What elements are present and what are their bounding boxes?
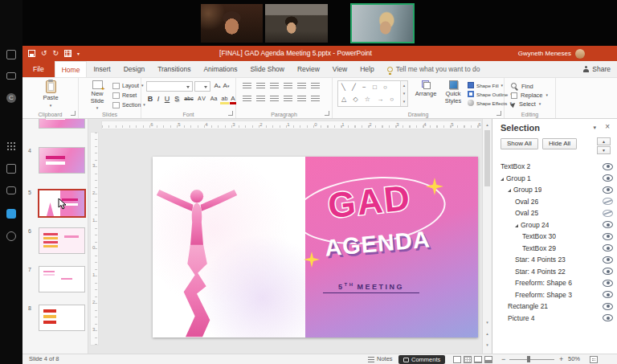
strikethrough-button[interactable]: abc <box>182 94 195 104</box>
font-color-button[interactable]: A <box>230 94 236 104</box>
avatar[interactable]: C <box>6 93 16 103</box>
messenger-icon[interactable] <box>6 209 16 219</box>
paragraph-dialog-launcher-icon[interactable] <box>325 111 329 116</box>
customize-qat-icon[interactable]: ▾ <box>77 51 80 56</box>
decrease-indent-icon[interactable] <box>270 83 279 90</box>
italic-button[interactable]: I <box>155 94 161 104</box>
clipboard-dialog-launcher-icon[interactable] <box>71 111 76 116</box>
columns-icon[interactable] <box>297 96 306 103</box>
selection-item-textbox-29[interactable]: TextBox 29 <box>492 243 617 254</box>
line-spacing-icon[interactable] <box>297 83 306 90</box>
bring-forward-button[interactable]: ▲ <box>597 137 611 145</box>
select-button[interactable]: Select▾ <box>511 100 541 108</box>
text-direction-icon[interactable] <box>311 83 320 90</box>
drawing-dialog-launcher-icon[interactable] <box>496 111 501 116</box>
selection-item-freeform-shape-6[interactable]: Freeform: Shape 6 <box>492 277 617 288</box>
video-thumbnail-active-speaker[interactable] <box>350 3 415 43</box>
eye-visible-icon[interactable] <box>603 186 613 194</box>
shapes-gallery-scroll[interactable]: ▴▾▾ <box>400 81 407 106</box>
eye-visible-icon[interactable] <box>603 221 613 228</box>
hide-all-button[interactable]: Hide All <box>542 138 577 149</box>
tab-view[interactable]: View <box>326 61 353 77</box>
slide-subtitle[interactable]: 5THMEETING <box>323 282 419 293</box>
zoom-slider[interactable] <box>509 359 554 360</box>
undo-icon[interactable]: ↺ <box>41 50 47 57</box>
selection-item-rectangle-21[interactable]: Rectangle 21 <box>492 301 617 312</box>
normal-view-button[interactable] <box>453 356 461 363</box>
share-button[interactable]: Share <box>582 61 611 77</box>
layout-button[interactable]: Layout▾ <box>112 81 144 90</box>
align-right-icon[interactable] <box>270 96 279 103</box>
previous-slide-icon[interactable]: ▴ <box>483 329 492 337</box>
numbering-icon[interactable] <box>256 83 265 90</box>
slideshow-view-button[interactable] <box>484 356 492 363</box>
window-icon[interactable] <box>6 50 16 59</box>
eye-visible-icon[interactable] <box>603 280 613 287</box>
document-icon[interactable] <box>6 164 16 174</box>
tab-design[interactable]: Design <box>117 61 151 77</box>
redo-icon[interactable]: ↻ <box>53 50 59 57</box>
selection-item-group-24[interactable]: Group 24 <box>492 219 617 231</box>
character-spacing-button[interactable]: AV <box>197 94 207 104</box>
shapes-row-lines[interactable] <box>338 81 407 93</box>
zoom-level[interactable]: 50% <box>568 354 580 364</box>
tab-transitions[interactable]: Transitions <box>151 61 197 77</box>
reading-view-button[interactable] <box>474 356 482 363</box>
canvas-scrollbar[interactable]: ▴ ▾ ▴ ▾ <box>482 119 492 354</box>
camera-icon[interactable] <box>6 72 16 80</box>
zoom-out-button[interactable]: − <box>501 354 505 364</box>
tab-slide-show[interactable]: Slide Show <box>243 61 291 77</box>
eye-visible-icon[interactable] <box>603 233 613 240</box>
eye-hidden-icon[interactable] <box>603 210 613 217</box>
apps-grid-icon[interactable] <box>6 141 15 150</box>
selection-item-freeform-shape-3[interactable]: Freeform: Shape 3 <box>492 289 617 301</box>
selection-item-group-1[interactable]: Group 1 <box>492 173 617 184</box>
slide-left-panel[interactable] <box>153 157 305 337</box>
eye-visible-icon[interactable] <box>603 268 613 275</box>
eye-visible-icon[interactable] <box>603 256 613 264</box>
new-slide-dropdown-icon[interactable]: ▾ <box>96 106 99 110</box>
start-slideshow-icon[interactable] <box>64 50 72 57</box>
tab-review[interactable]: Review <box>291 61 326 77</box>
new-slide-button[interactable]: New Slide ▾ <box>84 80 111 110</box>
slide-sorter-view-button[interactable] <box>464 356 472 363</box>
selection-item-star-4-points-22[interactable]: Star: 4 Points 22 <box>492 266 617 277</box>
replace-button[interactable]: Replace▾ <box>511 91 548 100</box>
slide-thumbnail-6[interactable] <box>39 227 85 254</box>
align-left-icon[interactable] <box>243 96 251 103</box>
zoom-slider-thumb[interactable] <box>527 356 530 362</box>
arrange-button[interactable]: Arrange <box>413 80 439 98</box>
zoom-in-button[interactable]: + <box>559 354 563 364</box>
slide-thumbnail-8[interactable] <box>39 305 85 331</box>
expand-icon[interactable] <box>501 178 504 181</box>
chat-icon[interactable] <box>6 186 16 194</box>
video-thumbnail-1[interactable] <box>201 4 263 43</box>
tell-me-box[interactable]: Tell me what you want to do <box>381 61 487 77</box>
slide-thumbnail-3-partial[interactable] <box>39 119 85 129</box>
scroll-up-icon[interactable]: ▴ <box>483 121 492 129</box>
video-thumbnail-2[interactable] <box>265 4 328 43</box>
align-center-icon[interactable] <box>256 96 265 103</box>
selection-item-group-19[interactable]: Group 19 <box>492 184 617 195</box>
highlight-color-button[interactable]: ab <box>220 94 229 104</box>
slide-thumbnail-7[interactable] <box>39 266 85 292</box>
text-shadow-button[interactable]: S <box>173 94 181 104</box>
tab-home[interactable]: Home <box>55 61 88 77</box>
change-case-button[interactable]: Aa <box>209 94 219 104</box>
selection-pane-dropdown-icon[interactable]: ▾ <box>593 125 596 131</box>
next-slide-icon[interactable]: ▾ <box>483 341 492 349</box>
font-dialog-launcher-icon[interactable] <box>228 111 233 116</box>
tab-help[interactable]: Help <box>353 61 380 77</box>
scroll-down-icon[interactable]: ▾ <box>483 318 492 326</box>
settings-icon[interactable] <box>6 231 16 241</box>
selection-item-picture-4[interactable]: Picture 4 <box>492 313 617 324</box>
paste-dropdown-icon[interactable]: ▾ <box>50 104 52 108</box>
selection-pane-close-icon[interactable]: × <box>605 122 610 131</box>
justify-icon[interactable] <box>284 96 292 103</box>
notes-button[interactable]: Notes <box>368 354 393 364</box>
comments-button[interactable]: Comments <box>398 355 445 364</box>
grow-font-button[interactable]: A▴ <box>214 81 221 91</box>
tab-animations[interactable]: Animations <box>197 61 243 77</box>
show-all-button[interactable]: Show All <box>501 138 538 149</box>
shape-fill-button[interactable]: Shape Fill▾ <box>468 81 503 89</box>
